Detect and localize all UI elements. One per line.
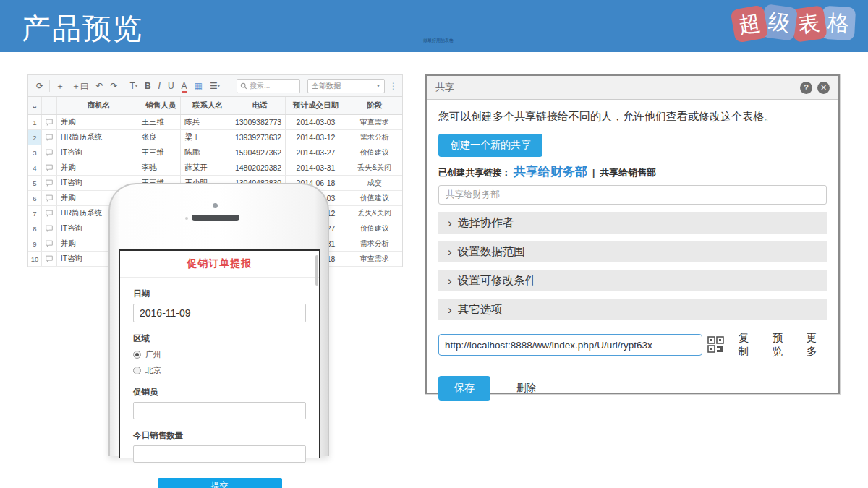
save-button[interactable]: 保存	[438, 376, 490, 401]
row-number-cell[interactable]: 1	[28, 115, 42, 129]
select-all-cell[interactable]: ⌄	[28, 97, 42, 114]
row-number-cell[interactable]: 9	[28, 236, 42, 251]
cell-name[interactable]: HR简历系统	[57, 130, 138, 145]
create-share-button[interactable]: 创建一个新的共享	[438, 134, 542, 157]
delete-link[interactable]: 删除	[516, 382, 536, 395]
cell-sales[interactable]: 李驰	[137, 160, 181, 175]
row-comment-cell[interactable]	[42, 252, 57, 266]
search-input[interactable]: 搜索...	[237, 79, 300, 93]
share-link-sales[interactable]: 共享给销售部	[600, 166, 656, 179]
row-number-cell[interactable]: 10	[28, 252, 42, 266]
scrollbar-thumb[interactable]	[315, 255, 318, 286]
copy-link[interactable]: 复制	[739, 331, 759, 359]
row-comment-cell[interactable]	[42, 176, 57, 190]
cell-stage[interactable]: 需求分析	[346, 236, 402, 251]
font-color-icon[interactable]: A	[178, 76, 191, 96]
row-number-cell[interactable]: 4	[28, 160, 42, 175]
cell-stage[interactable]: 需求分析	[346, 130, 402, 145]
region-radio-option[interactable]: 北京	[133, 365, 306, 376]
align-icon[interactable]: ☰▾	[206, 76, 224, 96]
cell-date[interactable]: 2014-03-27	[286, 145, 347, 160]
row-comment-cell[interactable]	[42, 130, 57, 145]
cell-contact[interactable]: 梁王	[181, 130, 231, 145]
column-header[interactable]: 电话	[231, 97, 286, 114]
row-comment-cell[interactable]	[42, 236, 57, 251]
submit-button[interactable]: 提交	[158, 478, 282, 488]
add-row-icon[interactable]: ＋	[52, 76, 68, 96]
share-name-input[interactable]: 共享给财务部	[438, 185, 827, 205]
close-icon[interactable]: ✕	[817, 82, 830, 94]
row-number-cell[interactable]: 3	[28, 145, 42, 160]
cell-contact[interactable]: 陈鹏	[181, 145, 231, 160]
image-cell-icon[interactable]: ▦	[191, 76, 206, 96]
qty-field[interactable]	[133, 445, 306, 463]
cell-phone[interactable]: 13939273632	[231, 130, 286, 145]
cell-stage[interactable]: 成交	[346, 176, 402, 190]
accordion-section[interactable]: ›其它选项	[438, 299, 827, 320]
cell-sales[interactable]: 王三维	[137, 115, 181, 129]
bold-icon[interactable]: B	[141, 76, 155, 96]
undo-icon[interactable]: ↶	[92, 76, 106, 96]
promoter-field[interactable]	[133, 402, 306, 419]
preview-link[interactable]: 预览	[773, 331, 793, 359]
column-header[interactable]: 阶段	[346, 97, 402, 114]
row-comment-cell[interactable]	[42, 115, 57, 129]
view-selector-dropdown[interactable]: 全部数据 ▼	[307, 79, 385, 93]
row-comment-cell[interactable]	[42, 221, 57, 236]
insert-row-icon[interactable]: ＋▤	[68, 76, 92, 96]
cell-contact[interactable]: 陈兵	[181, 115, 231, 129]
cell-name[interactable]: 并购	[57, 160, 138, 175]
cell-phone[interactable]: 14802029382	[231, 160, 286, 175]
column-header[interactable]: 销售人员	[137, 97, 181, 114]
toolbar-more-icon[interactable]: ⋮	[389, 81, 398, 91]
font-icon[interactable]: T▾	[127, 76, 141, 96]
column-header[interactable]: 联系人名	[181, 97, 231, 114]
cell-name[interactable]: 并购	[57, 115, 138, 129]
italic-icon[interactable]: I	[155, 76, 164, 96]
cell-date[interactable]: 2014-03-31	[286, 160, 347, 175]
accordion-section[interactable]: ›选择协作者	[438, 212, 827, 234]
row-number-cell[interactable]: 5	[28, 176, 42, 190]
radio-icon[interactable]	[133, 351, 141, 359]
row-comment-cell[interactable]	[42, 206, 57, 221]
table-row[interactable]: 2HR简历系统张良梁王139392736322014-03-12需求分析	[28, 130, 402, 145]
cell-stage[interactable]: 丢失&关闭	[346, 160, 402, 175]
row-number-cell[interactable]: 7	[28, 206, 42, 221]
row-comment-cell[interactable]	[42, 160, 57, 175]
more-link[interactable]: 更多	[807, 331, 827, 359]
help-icon[interactable]: ?	[800, 82, 812, 94]
underline-icon[interactable]: U	[164, 76, 178, 96]
radio-icon[interactable]	[133, 367, 141, 374]
region-radio-option[interactable]: 广州	[133, 349, 306, 360]
cell-phone[interactable]: 13009382773	[231, 115, 286, 129]
row-number-cell[interactable]: 2	[28, 130, 42, 145]
cell-contact[interactable]: 薛某开	[181, 160, 231, 175]
column-header[interactable]: 预计成交日期	[286, 97, 347, 114]
row-number-cell[interactable]: 6	[28, 191, 42, 205]
cell-stage[interactable]: 审查需求	[346, 252, 402, 266]
row-comment-cell[interactable]	[42, 145, 57, 160]
cell-stage[interactable]: 丢失&关闭	[346, 206, 402, 221]
accordion-section[interactable]: ›设置数据范围	[438, 241, 827, 262]
refresh-icon[interactable]: ⟳	[33, 76, 47, 96]
share-link-finance[interactable]: 共享给财务部	[514, 163, 587, 180]
table-row[interactable]: 4并购李驰薛某开148020293822014-03-31丢失&关闭	[28, 160, 402, 176]
cell-date[interactable]: 2014-03-03	[286, 115, 347, 129]
cell-sales[interactable]: 王三维	[137, 145, 181, 160]
date-field[interactable]: 2016-11-09	[133, 304, 306, 322]
cell-stage[interactable]: 审查需求	[346, 115, 402, 129]
accordion-section[interactable]: ›设置可修改条件	[438, 270, 827, 291]
cell-stage[interactable]: 价值建议	[346, 221, 402, 236]
cell-phone[interactable]: 15904927362	[231, 145, 286, 160]
cell-stage[interactable]: 价值建议	[346, 145, 402, 160]
share-url-input[interactable]: http://localhost:8888/ww/index.php/U/url…	[438, 334, 702, 356]
redo-icon[interactable]: ↷	[106, 76, 121, 96]
table-row[interactable]: 1并购王三维陈兵130093827732014-03-03审查需求	[28, 115, 402, 130]
table-row[interactable]: 3IT咨询王三维陈鹏159049273622014-03-27价值建议	[28, 145, 402, 160]
cell-name[interactable]: IT咨询	[57, 145, 138, 160]
qr-code-icon[interactable]	[707, 335, 725, 354]
cell-stage[interactable]: 价值建议	[346, 191, 402, 205]
cell-date[interactable]: 2014-03-12	[286, 130, 347, 145]
row-comment-cell[interactable]	[42, 191, 57, 205]
cell-sales[interactable]: 张良	[137, 130, 181, 145]
